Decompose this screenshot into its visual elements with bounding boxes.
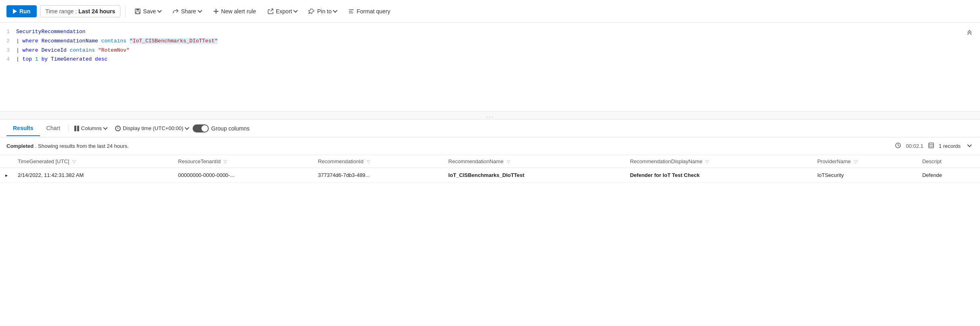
drag-handle[interactable]: ... <box>0 111 980 120</box>
col-timegen-header[interactable]: TimeGenerated [UTC] ▽ <box>13 155 173 168</box>
save-chevron-icon <box>157 8 162 13</box>
col-providername-header[interactable]: ProviderName ▽ <box>812 155 917 168</box>
group-columns-toggle[interactable]: Group columns <box>193 124 250 133</box>
line-number-4: 4 <box>0 55 16 64</box>
save-icon <box>134 8 141 15</box>
pin-icon <box>308 8 315 15</box>
line-number-3: 3 <box>0 46 16 55</box>
col-timegen-label: TimeGenerated [UTC] <box>18 158 69 164</box>
results-table-wrapper: TimeGenerated [UTC] ▽ ResourceTenantId ▽… <box>0 155 980 183</box>
cell-providername: IoTSecurity <box>812 168 917 183</box>
toolbar: Run Time range : Last 24 hours Save Shar… <box>0 0 980 23</box>
display-time-chevron-icon <box>185 125 189 130</box>
cell-recommendationname: IoT_CISBenchmarks_DIoTTest <box>443 168 625 183</box>
play-icon <box>13 9 17 14</box>
line-content-3: | where DeviceId contains "RotemNov" <box>16 46 130 55</box>
run-label: Run <box>19 8 30 15</box>
col-expand-header <box>0 155 13 168</box>
line-content-4: | top 1 by TimeGenerated desc <box>16 55 107 64</box>
col-recommendationname-header[interactable]: RecommendationName ▽ <box>443 155 625 168</box>
time-range-prefix: Time range : <box>45 8 77 15</box>
records-count: 1 records <box>939 143 961 149</box>
time-range-button[interactable]: Time range : Last 24 hours <box>40 5 120 17</box>
filter-timegen-icon[interactable]: ▽ <box>72 159 76 164</box>
filter-recommendationid-icon[interactable]: ▽ <box>367 159 370 164</box>
cell-resourcetenant: 00000000-0000-0000-... <box>173 168 313 183</box>
line-number-2: 2 <box>0 37 16 46</box>
export-button[interactable]: Export <box>263 6 301 17</box>
share-chevron-icon <box>197 8 202 13</box>
col-recommendationid-label: RecommendationId <box>318 158 363 164</box>
filter-providername-icon[interactable]: ▽ <box>854 159 857 164</box>
status-right: 00:02.1 1 records <box>895 141 974 151</box>
table-header-row: TimeGenerated [UTC] ▽ ResourceTenantId ▽… <box>0 155 980 168</box>
col-recommendationdisplayname-header[interactable]: RecommendationDisplayName ▽ <box>625 155 812 168</box>
editor-line-3: 3 | where DeviceId contains "RotemNov" <box>0 46 980 55</box>
display-time-button[interactable]: Display time (UTC+00:00) <box>111 123 193 134</box>
col-description-header[interactable]: Descript <box>917 155 980 168</box>
cell-recommendationdisplayname: Defender for IoT Test Check <box>625 168 812 183</box>
share-icon <box>172 8 179 15</box>
new-alert-button[interactable]: New alert rule <box>209 6 260 17</box>
save-button[interactable]: Save <box>130 6 165 17</box>
svg-line-10 <box>898 145 899 146</box>
line-content-2: | where RecommendationName contains "IoT… <box>16 37 218 46</box>
new-alert-label: New alert rule <box>221 8 256 15</box>
status-completed: Completed <box>6 143 34 149</box>
svg-rect-11 <box>929 143 934 148</box>
time-range-value: Last 24 hours <box>78 8 115 15</box>
status-bar: Completed . Showing results from the las… <box>0 137 980 155</box>
toolbar-divider-1 <box>125 6 126 17</box>
line-number-1: 1 <box>0 28 16 36</box>
columns-icon <box>74 126 79 131</box>
chevron-down-results-icon <box>966 142 973 149</box>
col-recommendationname-label: RecommendationName <box>448 158 504 164</box>
collapse-editor-button[interactable] <box>965 27 974 38</box>
col-resourcetenant-header[interactable]: ResourceTenantId ▽ <box>173 155 313 168</box>
tab-results[interactable]: Results <box>6 121 40 136</box>
run-button[interactable]: Run <box>6 5 37 17</box>
save-label: Save <box>143 8 156 15</box>
columns-button[interactable]: Columns <box>70 123 111 134</box>
editor-line-1: 1 SecurityRecommendation <box>0 27 980 37</box>
export-label: Export <box>276 8 292 15</box>
cell-description: Defende <box>917 168 980 183</box>
table-row: ▸ 2/14/2022, 11:42:31.382 AM 00000000-00… <box>0 168 980 183</box>
toggle-track[interactable] <box>193 124 209 133</box>
col-description-label: Descript <box>922 158 942 164</box>
filter-recommendationdisplayname-icon[interactable]: ▽ <box>705 159 709 164</box>
col-recommendationdisplayname-label: RecommendationDisplayName <box>630 158 702 164</box>
format-query-label: Format query <box>357 8 390 15</box>
svg-rect-1 <box>136 9 139 11</box>
share-button[interactable]: Share <box>168 6 205 17</box>
line-content-1: SecurityRecommendation <box>16 28 86 36</box>
filter-resourcetenant-icon[interactable]: ▽ <box>224 159 227 164</box>
status-text: . Showing results from the last 24 hours… <box>35 143 129 149</box>
results-tabs-bar: Results Chart Columns Display time (UTC+… <box>0 120 980 137</box>
col-resourcetenant-label: ResourceTenantId <box>178 158 221 164</box>
pin-chevron-icon <box>333 8 338 13</box>
cell-recommendationid: 377374d6-7db3-489... <box>313 168 443 183</box>
row-expand-button[interactable]: ▸ <box>0 168 13 183</box>
tab-chart[interactable]: Chart <box>40 121 67 136</box>
col-providername-label: ProviderName <box>817 158 851 164</box>
clock-icon-status <box>895 143 901 149</box>
records-icon <box>928 143 934 149</box>
format-icon <box>348 8 355 15</box>
code-editor[interactable]: 1 SecurityRecommendation 2 | where Recom… <box>0 23 980 111</box>
drag-dots: ... <box>486 112 494 119</box>
chevron-up-icon <box>965 27 974 36</box>
filter-recommendationname-icon[interactable]: ▽ <box>507 159 510 164</box>
format-query-button[interactable]: Format query <box>344 6 394 17</box>
columns-chevron-icon <box>103 125 107 130</box>
status-left: Completed . Showing results from the las… <box>6 143 129 149</box>
toggle-thumb <box>201 125 208 132</box>
editor-line-4: 4 | top 1 by TimeGenerated desc <box>0 55 980 64</box>
results-area: Results Chart Columns Display time (UTC+… <box>0 120 980 183</box>
expand-results-button[interactable] <box>965 141 974 151</box>
export-chevron-icon <box>294 8 298 13</box>
plus-icon <box>213 8 219 15</box>
pin-to-button[interactable]: Pin to <box>304 6 341 17</box>
col-recommendationid-header[interactable]: RecommendationId ▽ <box>313 155 443 168</box>
display-time-label: Display time (UTC+00:00) <box>123 125 183 131</box>
